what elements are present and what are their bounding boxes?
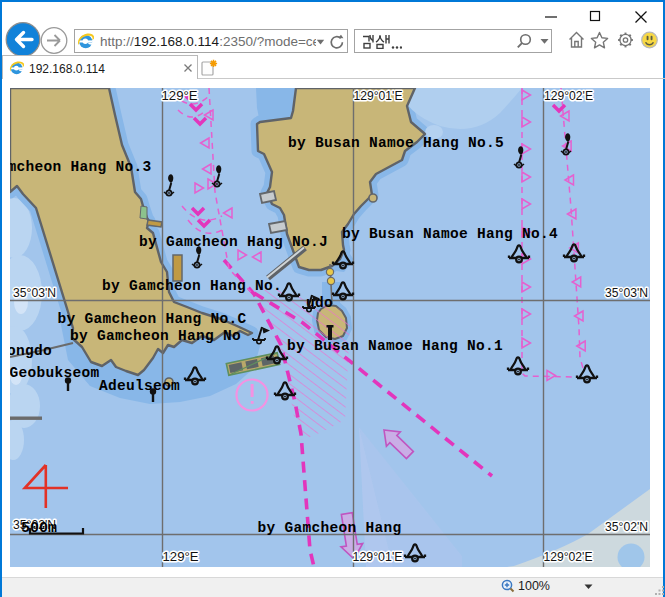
svg-text:Geobukseom: Geobukseom bbox=[10, 365, 100, 381]
svg-text:by Busan Namoe Hang No.5: by Busan Namoe Hang No.5 bbox=[288, 135, 504, 151]
svg-text:mcheon Hang No.3: mcheon Hang No.3 bbox=[10, 159, 152, 175]
svg-text:129°E: 129°E bbox=[163, 550, 199, 564]
svg-text:by Gamcheon Hang No.: by Gamcheon Hang No. bbox=[102, 278, 282, 294]
svg-text:ongdo: ongdo bbox=[10, 343, 52, 359]
svg-text:500m: 500m bbox=[21, 520, 57, 537]
svg-text:Adeulseom: Adeulseom bbox=[99, 378, 180, 394]
svg-text:129°02'E: 129°02'E bbox=[544, 89, 593, 103]
svg-text:by Gamcheon Hang No.J: by Gamcheon Hang No.J bbox=[139, 234, 328, 250]
svg-text:129°01'E: 129°01'E bbox=[354, 89, 403, 103]
svg-text:129°E: 129°E bbox=[162, 89, 198, 103]
svg-text:129°02'E: 129°02'E bbox=[544, 550, 593, 564]
svg-text:35°03'N: 35°03'N bbox=[605, 286, 648, 300]
svg-text:by Gamcheon Hang No.C: by Gamcheon Hang No.C bbox=[58, 311, 247, 327]
svg-text:by Gamcheon Hang: by Gamcheon Hang bbox=[258, 520, 402, 536]
svg-text:by Busan Namoe Hang No.4: by Busan Namoe Hang No.4 bbox=[342, 226, 558, 242]
svg-text:35°03'N: 35°03'N bbox=[13, 286, 56, 300]
svg-text:by Busan Namoe Hang No.1: by Busan Namoe Hang No.1 bbox=[287, 338, 503, 354]
svg-text:35°02'N: 35°02'N bbox=[605, 520, 648, 534]
svg-text:129°01'E: 129°01'E bbox=[353, 550, 403, 564]
svg-text:by Gamcheon Hang No: by Gamcheon Hang No bbox=[70, 328, 241, 344]
